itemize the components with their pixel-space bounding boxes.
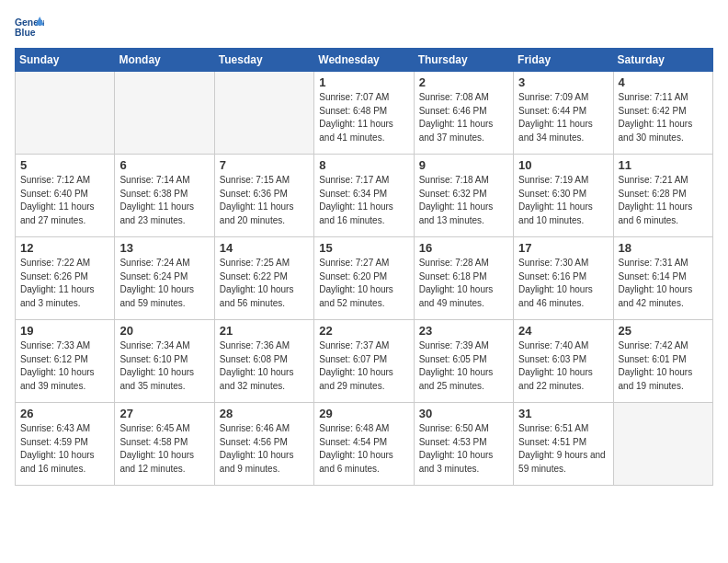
calendar-cell: 19Sunrise: 7:33 AMSunset: 6:12 PMDayligh… xyxy=(16,320,115,403)
day-number: 29 xyxy=(319,407,408,420)
calendar-cell: 31Sunrise: 6:51 AMSunset: 4:51 PMDayligh… xyxy=(514,403,613,486)
day-info: Sunrise: 7:40 AMSunset: 6:03 PMDaylight:… xyxy=(518,339,608,393)
day-number: 30 xyxy=(419,407,508,420)
calendar-cell: 12Sunrise: 7:22 AMSunset: 6:26 PMDayligh… xyxy=(16,237,115,320)
day-info: Sunrise: 7:28 AMSunset: 6:18 PMDaylight:… xyxy=(419,257,508,310)
day-info: Sunrise: 7:18 AMSunset: 6:32 PMDaylight:… xyxy=(419,174,508,227)
day-number: 9 xyxy=(419,158,508,172)
calendar-cell xyxy=(214,72,313,155)
day-info: Sunrise: 6:46 AMSunset: 4:56 PMDaylight:… xyxy=(220,422,309,476)
calendar-cell: 13Sunrise: 7:24 AMSunset: 6:24 PMDayligh… xyxy=(115,237,214,320)
calendar-cell: 18Sunrise: 7:31 AMSunset: 6:14 PMDayligh… xyxy=(613,237,712,320)
calendar-cell: 11Sunrise: 7:21 AMSunset: 6:28 PMDayligh… xyxy=(613,155,712,237)
day-info: Sunrise: 7:11 AMSunset: 6:42 PMDaylight:… xyxy=(619,91,708,144)
calendar-cell: 8Sunrise: 7:17 AMSunset: 6:34 PMDaylight… xyxy=(314,155,414,237)
day-info: Sunrise: 7:36 AMSunset: 6:08 PMDaylight:… xyxy=(220,339,309,393)
day-number: 15 xyxy=(319,241,408,255)
calendar-cell xyxy=(613,403,712,486)
day-info: Sunrise: 7:30 AMSunset: 6:16 PMDaylight:… xyxy=(518,257,608,310)
calendar-cell: 27Sunrise: 6:45 AMSunset: 4:58 PMDayligh… xyxy=(115,403,214,486)
day-number: 3 xyxy=(518,75,608,89)
day-info: Sunrise: 6:43 AMSunset: 4:59 PMDaylight:… xyxy=(20,422,109,476)
day-info: Sunrise: 7:15 AMSunset: 6:36 PMDaylight:… xyxy=(220,174,309,227)
calendar-cell: 1Sunrise: 7:07 AMSunset: 6:48 PMDaylight… xyxy=(314,72,414,155)
calendar-cell: 15Sunrise: 7:27 AMSunset: 6:20 PMDayligh… xyxy=(314,237,414,320)
day-number: 12 xyxy=(20,241,109,255)
calendar-cell: 25Sunrise: 7:42 AMSunset: 6:01 PMDayligh… xyxy=(613,320,712,403)
day-info: Sunrise: 6:51 AMSunset: 4:51 PMDaylight:… xyxy=(518,422,608,476)
weekday-header-saturday: Saturday xyxy=(613,49,712,72)
day-info: Sunrise: 7:25 AMSunset: 6:22 PMDaylight:… xyxy=(220,257,309,310)
calendar-cell: 2Sunrise: 7:08 AMSunset: 6:46 PMDaylight… xyxy=(414,72,513,155)
day-info: Sunrise: 7:19 AMSunset: 6:30 PMDaylight:… xyxy=(518,174,608,227)
day-number: 26 xyxy=(20,407,109,420)
day-number: 8 xyxy=(319,158,408,172)
calendar-cell: 14Sunrise: 7:25 AMSunset: 6:22 PMDayligh… xyxy=(214,237,313,320)
logo: General Blue xyxy=(15,15,44,40)
calendar-cell: 7Sunrise: 7:15 AMSunset: 6:36 PMDaylight… xyxy=(214,155,313,237)
calendar-cell: 22Sunrise: 7:37 AMSunset: 6:07 PMDayligh… xyxy=(314,320,414,403)
day-number: 18 xyxy=(619,241,708,255)
calendar-cell: 16Sunrise: 7:28 AMSunset: 6:18 PMDayligh… xyxy=(414,237,513,320)
day-info: Sunrise: 7:39 AMSunset: 6:05 PMDaylight:… xyxy=(419,339,508,393)
logo-icon: General Blue xyxy=(15,15,44,40)
day-number: 25 xyxy=(619,324,708,338)
day-number: 24 xyxy=(518,324,608,338)
calendar-cell: 5Sunrise: 7:12 AMSunset: 6:40 PMDaylight… xyxy=(16,155,115,237)
day-info: Sunrise: 6:48 AMSunset: 4:54 PMDaylight:… xyxy=(319,422,408,476)
day-number: 1 xyxy=(319,75,408,89)
day-info: Sunrise: 7:22 AMSunset: 6:26 PMDaylight:… xyxy=(20,257,109,310)
calendar-cell xyxy=(115,72,214,155)
day-number: 16 xyxy=(419,241,508,255)
calendar-cell: 24Sunrise: 7:40 AMSunset: 6:03 PMDayligh… xyxy=(514,320,613,403)
calendar-cell: 9Sunrise: 7:18 AMSunset: 6:32 PMDaylight… xyxy=(414,155,513,237)
calendar-cell: 28Sunrise: 6:46 AMSunset: 4:56 PMDayligh… xyxy=(214,403,313,486)
calendar-cell: 20Sunrise: 7:34 AMSunset: 6:10 PMDayligh… xyxy=(115,320,214,403)
day-number: 2 xyxy=(419,75,508,89)
day-number: 13 xyxy=(119,241,209,255)
weekday-header-tuesday: Tuesday xyxy=(214,49,313,72)
calendar-cell: 26Sunrise: 6:43 AMSunset: 4:59 PMDayligh… xyxy=(16,403,115,486)
day-info: Sunrise: 7:07 AMSunset: 6:48 PMDaylight:… xyxy=(319,91,408,144)
day-number: 21 xyxy=(220,324,309,338)
weekday-header-friday: Friday xyxy=(514,49,613,72)
day-number: 19 xyxy=(20,324,109,338)
calendar-cell: 4Sunrise: 7:11 AMSunset: 6:42 PMDaylight… xyxy=(613,72,712,155)
day-info: Sunrise: 7:27 AMSunset: 6:20 PMDaylight:… xyxy=(319,257,408,310)
calendar-cell: 29Sunrise: 6:48 AMSunset: 4:54 PMDayligh… xyxy=(314,403,414,486)
day-number: 11 xyxy=(619,158,708,172)
day-number: 7 xyxy=(220,158,309,172)
day-info: Sunrise: 7:34 AMSunset: 6:10 PMDaylight:… xyxy=(119,339,209,393)
weekday-header-monday: Monday xyxy=(115,49,214,72)
day-info: Sunrise: 6:45 AMSunset: 4:58 PMDaylight:… xyxy=(119,422,209,476)
day-number: 28 xyxy=(220,407,309,420)
day-info: Sunrise: 6:50 AMSunset: 4:53 PMDaylight:… xyxy=(419,422,508,476)
day-number: 23 xyxy=(419,324,508,338)
day-number: 22 xyxy=(319,324,408,338)
day-number: 20 xyxy=(119,324,209,338)
calendar-cell: 3Sunrise: 7:09 AMSunset: 6:44 PMDaylight… xyxy=(514,72,613,155)
calendar-cell: 21Sunrise: 7:36 AMSunset: 6:08 PMDayligh… xyxy=(214,320,313,403)
weekday-header-thursday: Thursday xyxy=(414,49,513,72)
day-info: Sunrise: 7:31 AMSunset: 6:14 PMDaylight:… xyxy=(619,257,708,310)
day-info: Sunrise: 7:14 AMSunset: 6:38 PMDaylight:… xyxy=(119,174,209,227)
day-number: 6 xyxy=(119,158,209,172)
svg-text:Blue: Blue xyxy=(15,28,36,38)
day-info: Sunrise: 7:33 AMSunset: 6:12 PMDaylight:… xyxy=(20,339,109,393)
calendar-cell: 23Sunrise: 7:39 AMSunset: 6:05 PMDayligh… xyxy=(414,320,513,403)
day-info: Sunrise: 7:24 AMSunset: 6:24 PMDaylight:… xyxy=(119,257,209,310)
calendar-cell: 10Sunrise: 7:19 AMSunset: 6:30 PMDayligh… xyxy=(514,155,613,237)
day-number: 14 xyxy=(220,241,309,255)
calendar-table: SundayMondayTuesdayWednesdayThursdayFrid… xyxy=(15,48,713,486)
day-number: 5 xyxy=(20,158,109,172)
calendar-cell xyxy=(16,72,115,155)
day-info: Sunrise: 7:17 AMSunset: 6:34 PMDaylight:… xyxy=(319,174,408,227)
day-number: 10 xyxy=(518,158,608,172)
day-number: 27 xyxy=(119,407,209,420)
day-info: Sunrise: 7:08 AMSunset: 6:46 PMDaylight:… xyxy=(419,91,508,144)
calendar-cell: 30Sunrise: 6:50 AMSunset: 4:53 PMDayligh… xyxy=(414,403,513,486)
weekday-header-sunday: Sunday xyxy=(16,49,115,72)
day-info: Sunrise: 7:21 AMSunset: 6:28 PMDaylight:… xyxy=(619,174,708,227)
day-info: Sunrise: 7:12 AMSunset: 6:40 PMDaylight:… xyxy=(20,174,109,227)
day-number: 4 xyxy=(619,75,708,89)
